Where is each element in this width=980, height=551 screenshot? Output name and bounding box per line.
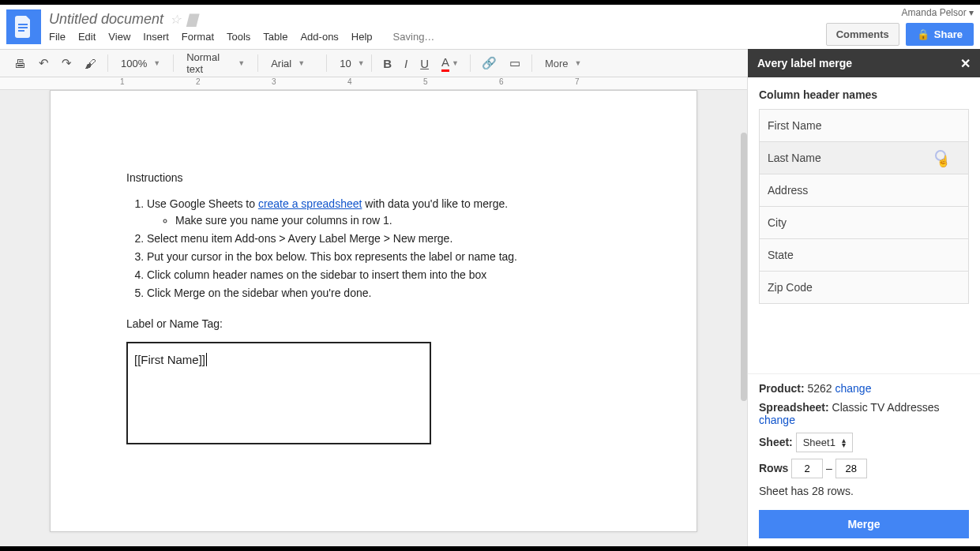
product-value: 5262 (807, 382, 832, 395)
ruler-tick: 6 (499, 77, 504, 86)
separator (470, 54, 471, 72)
sheet-label: Sheet: (759, 436, 793, 448)
separator (371, 54, 372, 72)
separator (531, 54, 532, 72)
style-dropdown[interactable]: Normal text▼ (180, 51, 251, 75)
more-dropdown[interactable]: More▼ (539, 58, 588, 69)
document-area: 1 2 3 4 5 6 7 Instructions Use Google Sh… (0, 77, 747, 546)
separator (326, 54, 327, 72)
instructions-heading: Instructions (126, 170, 621, 186)
menu-view[interactable]: View (108, 31, 130, 43)
separator (257, 54, 258, 72)
zoom-dropdown[interactable]: 100%▼ (115, 58, 167, 69)
sidebar-title-bar: Avery label merge ✕ (748, 49, 980, 77)
menu-insert[interactable]: Insert (143, 31, 169, 43)
page[interactable]: Instructions Use Google Sheets to create… (50, 90, 697, 532)
redo-icon[interactable]: ↷ (57, 53, 77, 73)
menu-table[interactable]: Table (263, 31, 287, 43)
sheet-select[interactable]: Sheet1▴▾ (796, 433, 853, 452)
menubar: File Edit View Insert Format Tools Table… (49, 31, 826, 43)
image-icon[interactable]: ▭ (505, 53, 525, 73)
rows-label: Rows (759, 462, 788, 474)
comments-button[interactable]: Comments (826, 23, 899, 46)
instruction-step: Click Merge on the sidebar when you're d… (147, 285, 621, 302)
svg-rect-0 (18, 24, 28, 25)
user-name[interactable]: Amanda Pelsor ▾ (902, 7, 974, 18)
save-status: Saving… (393, 31, 435, 43)
ruler[interactable]: 1 2 3 4 5 6 7 (0, 77, 747, 90)
rows-info: Sheet has 28 rows. (759, 485, 969, 497)
text-color-icon[interactable]: A▼ (437, 52, 464, 75)
svg-rect-1 (18, 27, 28, 28)
folder-icon[interactable]: ▇ (187, 12, 197, 27)
label-tag-box[interactable]: [[First Name]] (126, 342, 431, 444)
column-item-address[interactable]: Address (759, 174, 969, 207)
rows-from-input[interactable] (791, 459, 823, 478)
column-item-last-name[interactable]: Last Name ☝ (759, 141, 969, 174)
fontsize-dropdown[interactable]: 10▼ (333, 58, 365, 69)
instruction-substep: Make sure you name your columns in row 1… (175, 212, 621, 229)
cursor-icon: ☝ (935, 150, 946, 161)
link-icon[interactable]: 🔗 (477, 53, 501, 73)
ruler-tick: 3 (272, 77, 276, 86)
ruler-tick: 7 (575, 77, 580, 86)
doc-title[interactable]: Untitled document (49, 11, 163, 28)
spreadsheet-value: Classic TV Addresses (832, 401, 940, 414)
instruction-step: Put your cursor in the box below. This b… (147, 249, 621, 265)
separator (107, 54, 108, 72)
instruction-step: Click column header names on the sidebar… (147, 267, 621, 283)
header: Untitled document ☆ ▇ File Edit View Ins… (0, 5, 980, 49)
column-item-state[interactable]: State (759, 238, 969, 272)
spreadsheet-change-link[interactable]: change (759, 414, 795, 426)
sidebar: Avery label merge ✕ Column header names … (747, 77, 980, 546)
underline-icon[interactable]: U (415, 54, 434, 73)
product-label: Product: (759, 382, 805, 395)
ruler-tick: 2 (196, 77, 201, 86)
product-change-link[interactable]: change (835, 382, 872, 395)
scrollbar[interactable] (741, 133, 747, 401)
font-dropdown[interactable]: Arial▼ (265, 58, 320, 69)
column-item-label: Last Name (768, 152, 821, 164)
spreadsheet-label: Spreadsheet: (759, 401, 829, 414)
star-icon[interactable]: ☆ (170, 12, 181, 27)
close-icon[interactable]: ✕ (960, 56, 971, 71)
ruler-tick: 5 (423, 77, 428, 86)
column-item-zip[interactable]: Zip Code (759, 271, 969, 304)
share-button[interactable]: 🔒 Share (906, 23, 974, 46)
undo-icon[interactable]: ↶ (34, 53, 54, 73)
menu-format[interactable]: Format (182, 31, 214, 43)
paint-format-icon[interactable]: 🖌 (80, 54, 101, 73)
instruction-step: Use Google Sheets to create a spreadshee… (147, 196, 621, 229)
label-heading: Label or Name Tag: (126, 316, 621, 332)
sidebar-title: Avery label merge (757, 57, 852, 69)
bold-icon[interactable]: B (378, 54, 396, 73)
italic-icon[interactable]: I (400, 54, 412, 73)
menu-file[interactable]: File (49, 31, 66, 43)
menu-tools[interactable]: Tools (227, 31, 250, 43)
ruler-tick: 4 (347, 77, 352, 86)
docs-logo[interactable] (6, 9, 41, 44)
separator (173, 54, 174, 72)
print-icon[interactable]: 🖶 (9, 54, 31, 73)
window-bottom-bar (0, 546, 980, 551)
column-header-heading: Column header names (759, 88, 969, 101)
lock-icon: 🔒 (917, 28, 929, 40)
rows-to-input[interactable] (835, 459, 867, 478)
menu-help[interactable]: Help (351, 31, 373, 43)
tag-content: [[First Name]] (134, 353, 207, 366)
column-item-first-name[interactable]: First Name (759, 109, 969, 142)
merge-button[interactable]: Merge (759, 510, 969, 538)
instruction-step: Select menu item Add-ons > Avery Label M… (147, 231, 621, 247)
svg-rect-2 (18, 30, 24, 32)
menu-edit[interactable]: Edit (78, 31, 96, 43)
ruler-tick: 1 (120, 77, 125, 86)
column-item-city[interactable]: City (759, 206, 969, 239)
share-label: Share (934, 28, 963, 40)
create-spreadsheet-link[interactable]: create a spreadsheet (258, 197, 362, 210)
menu-addons[interactable]: Add-ons (300, 31, 338, 43)
